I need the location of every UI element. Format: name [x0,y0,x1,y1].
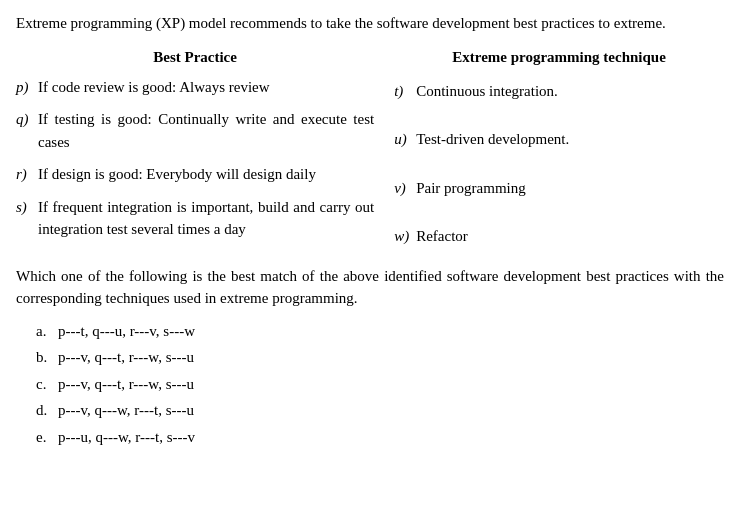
columns-section: Best Practice p) If code review is good:… [16,49,724,251]
answer-option-e: e. p---u, q---w, r---t, s---v [36,426,724,449]
left-column: Best Practice p) If code review is good:… [16,49,384,251]
question-section: Which one of the following is the best m… [16,265,724,449]
list-item: s) If frequent integration is important,… [16,196,374,241]
tech-text-w: Refactor [416,225,468,248]
item-text-s: If frequent integration is important, bu… [38,196,374,241]
right-column-header: Extreme programming technique [394,49,724,66]
answer-label-a: a. [36,320,58,343]
answer-label-e: e. [36,426,58,449]
technique-item: w) Refactor [394,225,724,248]
tech-text-t: Continuous integration. [416,80,558,103]
answer-text-e: p---u, q---w, r---t, s---v [58,426,195,449]
answer-text-d: p---v, q---w, r---t, s---u [58,399,194,422]
tech-text-u: Test-driven development. [416,128,569,151]
technique-item: v) Pair programming [394,177,724,200]
answer-option-b: b. p---v, q---t, r---w, s---u [36,346,724,369]
left-column-header: Best Practice [16,49,374,66]
item-label-p: p) [16,76,38,99]
tech-label-u: u) [394,128,416,151]
intro-text: Extreme programming (XP) model recommend… [16,15,666,31]
tech-text-v: Pair programming [416,177,526,200]
answer-option-d: d. p---v, q---w, r---t, s---u [36,399,724,422]
technique-item: u) Test-driven development. [394,128,724,151]
answer-text-c: p---v, q---t, r---w, s---u [58,373,194,396]
answer-text-b: p---v, q---t, r---w, s---u [58,346,194,369]
answer-option-c: c. p---v, q---t, r---w, s---u [36,373,724,396]
item-text-q: If testing is good: Continually write an… [38,108,374,153]
list-item: r) If design is good: Everybody will des… [16,163,374,186]
list-item: q) If testing is good: Continually write… [16,108,374,153]
answer-label-d: d. [36,399,58,422]
question-text: Which one of the following is the best m… [16,265,724,310]
item-text-p: If code review is good: Always review [38,76,374,99]
techniques-list: t) Continuous integration. u) Test-drive… [394,76,724,248]
intro-paragraph: Extreme programming (XP) model recommend… [16,12,724,35]
tech-label-t: t) [394,80,416,103]
tech-label-w: w) [394,225,416,248]
item-label-s: s) [16,196,38,219]
list-item: p) If code review is good: Always review [16,76,374,99]
answer-label-b: b. [36,346,58,369]
answer-option-a: a. p---t, q---u, r---v, s---w [36,320,724,343]
item-label-r: r) [16,163,38,186]
item-text-r: If design is good: Everybody will design… [38,163,374,186]
item-label-q: q) [16,108,38,131]
right-column: Extreme programming technique t) Continu… [384,49,724,251]
answer-text-a: p---t, q---u, r---v, s---w [58,320,195,343]
answer-label-c: c. [36,373,58,396]
technique-item: t) Continuous integration. [394,80,724,103]
tech-label-v: v) [394,177,416,200]
answer-options-list: a. p---t, q---u, r---v, s---w b. p---v, … [16,320,724,449]
best-practices-list: p) If code review is good: Always review… [16,76,374,241]
